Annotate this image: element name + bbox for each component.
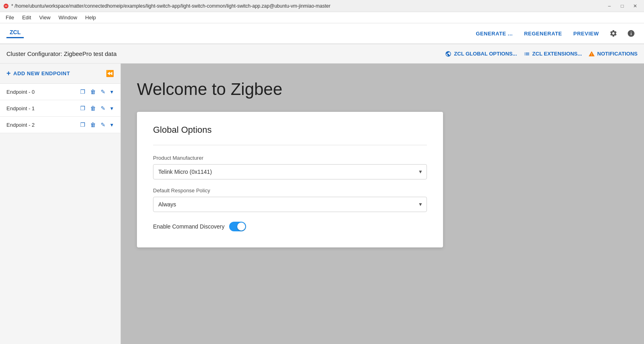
card-divider	[153, 145, 427, 145]
global-options-card: Global Options Product Manufacturer Teli…	[137, 112, 443, 247]
settings-icon	[609, 29, 617, 37]
toolbar: ZCL GENERATE ... REGENERATE PREVIEW	[0, 23, 644, 44]
copy-icon-0[interactable]: ❐	[79, 88, 86, 96]
app-icon	[3, 3, 9, 9]
welcome-title: Welcome to Zigbee	[137, 80, 628, 99]
title-bar-text: * /home/ubuntu/workspace/matter/connecte…	[11, 3, 331, 9]
add-endpoint-button[interactable]: + ADD NEW ENDPOINT	[0, 64, 77, 83]
menu-window[interactable]: Window	[54, 13, 81, 22]
default-response-policy-select[interactable]: AlwaysNeverError	[153, 197, 427, 212]
menu-help[interactable]: Help	[81, 13, 100, 22]
plus-icon: +	[6, 69, 11, 78]
menu-bar: File Edit View Window Help	[0, 12, 644, 23]
configurator-title: Cluster Configurator: ZigbeePro test dat…	[6, 50, 116, 57]
copy-icon-1[interactable]: ❐	[79, 104, 86, 112]
globe-icon	[445, 51, 451, 57]
delete-icon-1[interactable]: 🗑	[89, 104, 97, 112]
info-icon-button[interactable]	[625, 27, 638, 40]
menu-edit[interactable]: Edit	[18, 13, 35, 22]
notifications-button[interactable]: NOTIFICATIONS	[588, 51, 638, 57]
main-layout: + ADD NEW ENDPOINT ⏪ Endpoint - 0 ❐ 🗑 ✎ …	[0, 64, 644, 344]
content-header: Cluster Configurator: ZigbeePro test dat…	[0, 44, 644, 64]
endpoint-2-actions: ❐ 🗑 ✎ ▾	[79, 121, 114, 129]
edit-icon-0[interactable]: ✎	[100, 88, 106, 96]
default-response-policy-select-wrapper: AlwaysNeverError ▼	[153, 197, 427, 212]
enable-command-discovery-toggle[interactable]	[229, 222, 246, 231]
add-endpoint-label: ADD NEW ENDPOINT	[13, 70, 70, 76]
product-manufacturer-select-wrapper: Telink Micro (0x1141)Silicon Labs (0x104…	[153, 164, 427, 179]
default-response-policy-label: Default Response Policy	[153, 187, 427, 194]
expand-icon-1[interactable]: ▾	[110, 104, 114, 112]
minimize-button[interactable]: –	[604, 2, 615, 10]
delete-icon-2[interactable]: 🗑	[89, 121, 97, 129]
endpoint-1-actions: ❐ 🗑 ✎ ▾	[79, 104, 114, 112]
expand-icon-2[interactable]: ▾	[110, 121, 114, 129]
copy-icon-2[interactable]: ❐	[79, 121, 86, 129]
sidebar: + ADD NEW ENDPOINT ⏪ Endpoint - 0 ❐ 🗑 ✎ …	[0, 64, 121, 344]
endpoint-1-item[interactable]: Endpoint - 1 ❐ 🗑 ✎ ▾	[0, 100, 120, 117]
enable-command-discovery-label: Enable Command Discovery	[153, 223, 224, 230]
back-button[interactable]: ⏪	[104, 68, 116, 79]
delete-icon-0[interactable]: 🗑	[89, 88, 97, 96]
endpoint-1-label: Endpoint - 1	[6, 105, 79, 111]
endpoint-2-label: Endpoint - 2	[6, 122, 79, 128]
main-content: Welcome to Zigbee Global Options Product…	[121, 64, 644, 344]
window-controls: – □ ✕	[604, 2, 641, 10]
product-manufacturer-group: Product Manufacturer Telink Micro (0x114…	[153, 155, 427, 179]
list-icon	[524, 51, 530, 57]
zcl-tab[interactable]: ZCL	[6, 29, 24, 38]
regenerate-button[interactable]: REGENERATE	[521, 28, 565, 39]
product-manufacturer-select[interactable]: Telink Micro (0x1141)Silicon Labs (0x104…	[153, 164, 427, 179]
generate-button[interactable]: GENERATE ...	[472, 28, 516, 39]
endpoint-2-item[interactable]: Endpoint - 2 ❐ 🗑 ✎ ▾	[0, 117, 120, 133]
edit-icon-2[interactable]: ✎	[100, 121, 106, 129]
zcl-extensions-button[interactable]: ZCL EXTENSIONS...	[524, 51, 582, 57]
zcl-global-options-button[interactable]: ZCL GLOBAL OPTIONS...	[445, 51, 517, 57]
close-button[interactable]: ✕	[630, 2, 641, 10]
product-manufacturer-label: Product Manufacturer	[153, 155, 427, 161]
menu-view[interactable]: View	[35, 13, 54, 22]
card-title: Global Options	[153, 125, 427, 135]
settings-icon-button[interactable]	[607, 27, 620, 40]
default-response-policy-group: Default Response Policy AlwaysNeverError…	[153, 187, 427, 212]
edit-icon-1[interactable]: ✎	[100, 104, 106, 112]
info-icon	[627, 29, 635, 37]
title-bar: * /home/ubuntu/workspace/matter/connecte…	[0, 0, 644, 12]
expand-icon-0[interactable]: ▾	[110, 88, 114, 96]
endpoint-0-actions: ❐ 🗑 ✎ ▾	[79, 88, 114, 96]
menu-file[interactable]: File	[2, 13, 18, 22]
enable-command-discovery-row: Enable Command Discovery	[153, 222, 427, 231]
maximize-button[interactable]: □	[617, 2, 628, 10]
warning-icon	[588, 51, 595, 57]
endpoint-0-label: Endpoint - 0	[6, 89, 79, 95]
preview-button[interactable]: PREVIEW	[570, 28, 602, 39]
endpoint-0-item[interactable]: Endpoint - 0 ❐ 🗑 ✎ ▾	[0, 84, 120, 100]
